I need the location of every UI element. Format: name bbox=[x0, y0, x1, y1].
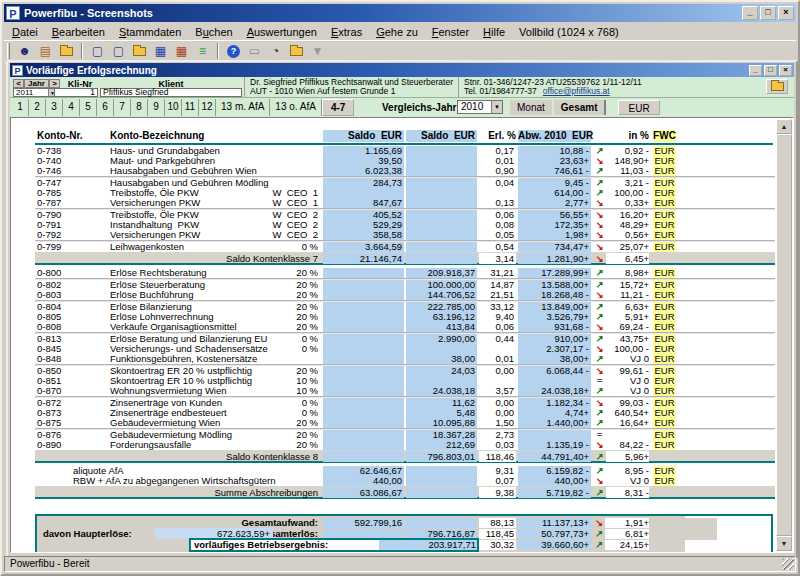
table-row[interactable]: RBW + AfA zu abgegangenen Wirtschaftsgüt… bbox=[11, 476, 775, 486]
menu-item-extras[interactable]: Extras bbox=[324, 25, 369, 39]
tab-4-7[interactable]: 4-7 bbox=[322, 99, 354, 116]
tab-6[interactable]: 6 bbox=[97, 99, 114, 116]
table-row[interactable]: 0-876Gebäudevermietung Mödling20 %18.367… bbox=[11, 430, 775, 440]
table-row[interactable]: 0-890Forderungsausfälle20 %212,690,031.1… bbox=[11, 440, 775, 450]
table-row[interactable]: 0-851Skontoertrag ER 10 % ustpflichtig10… bbox=[11, 376, 775, 386]
tab-2[interactable]: 2 bbox=[29, 99, 46, 116]
tab-1[interactable]: 1 bbox=[12, 99, 29, 116]
table-row[interactable]: aliquote AfA62.646,679,316.159,82 -↗8,95… bbox=[11, 466, 775, 476]
table-row[interactable]: 0-800Erlöse Rechtsberatung20 %209.918,37… bbox=[11, 268, 775, 278]
cell-saldo-aufwand: 405,52 bbox=[323, 210, 404, 220]
table-row[interactable]: 0-808Verkäufe Organisagtionsmittel20 %41… bbox=[11, 322, 775, 332]
table-row[interactable]: 0-738Haus- und Grundabgaben1.165,690,171… bbox=[11, 146, 775, 156]
cell-saldo-aufwand bbox=[323, 366, 404, 376]
table-row[interactable]: 0-803Erlöse Buchführung20 %144.706,5221,… bbox=[11, 290, 775, 300]
help-button[interactable]: ? bbox=[223, 42, 244, 60]
table-row[interactable]: 0-746Hausabgaben und Gebühren Wien6.023,… bbox=[11, 166, 775, 176]
tab-5[interactable]: 5 bbox=[80, 99, 97, 116]
table-row[interactable]: 0-805Erlöse Lohnverrechnung20 %63.196,12… bbox=[11, 312, 775, 322]
report-minimize-button[interactable]: _ bbox=[749, 65, 762, 76]
vergleichs-jahr-select[interactable]: 2010 ▼ bbox=[457, 100, 503, 114]
table-row[interactable]: 0-787Versicherungen PKWW CEO 1847,670,13… bbox=[11, 198, 775, 208]
scrollbar-thumb[interactable] bbox=[776, 134, 792, 536]
klient-field[interactable]: Pfiffikus Siegfried bbox=[100, 88, 242, 97]
menu-item-bearbeiten[interactable]: Bearbeiten bbox=[45, 25, 112, 39]
cell-saldo-aufwand: 62.646,67 bbox=[323, 466, 404, 476]
table-row[interactable]: 0-870Wohnungsvermietung Wien10 %24.038,1… bbox=[11, 386, 775, 396]
toolbar-grip[interactable] bbox=[7, 43, 10, 59]
tab-8[interactable]: 8 bbox=[131, 99, 148, 116]
cell-erl-pct: 0,06 bbox=[479, 210, 516, 220]
table-row[interactable]: 0-790Treibstoffe, Öle PKWW CEO 2405,520,… bbox=[11, 210, 775, 220]
tab-13-m-afa[interactable]: 13 m. AfA bbox=[216, 99, 270, 116]
report-close-button[interactable]: × bbox=[779, 65, 792, 76]
maximize-button[interactable]: □ bbox=[760, 6, 776, 20]
print-button[interactable]: ▭ bbox=[244, 42, 265, 60]
folder-button[interactable] bbox=[129, 42, 150, 60]
menu-item-datei[interactable]: Datei bbox=[5, 25, 45, 39]
table-row[interactable]: 0-791Instandhaltung PKWW CEO 2529,290,08… bbox=[11, 220, 775, 230]
menu-item-fenster[interactable]: Fenster bbox=[425, 25, 476, 39]
tab-4[interactable]: 4 bbox=[63, 99, 80, 116]
menu-item-buchen[interactable]: Buchen bbox=[188, 25, 239, 39]
vertical-scrollbar[interactable]: ▲ ▼ bbox=[776, 119, 792, 551]
scroll-up-icon[interactable]: ▲ bbox=[776, 119, 792, 134]
close-button[interactable]: × bbox=[778, 6, 794, 20]
menu-item-stammdaten[interactable]: Stammdaten bbox=[112, 25, 188, 39]
folder2-button[interactable] bbox=[286, 42, 307, 60]
open-client-folder-button[interactable] bbox=[766, 79, 788, 94]
tab-10[interactable]: 10 bbox=[165, 99, 182, 116]
menu-item-gehe-zu[interactable]: Gehe zu bbox=[369, 25, 425, 39]
year-prev-button[interactable]: < bbox=[13, 79, 24, 88]
report-button[interactable]: ▦ bbox=[171, 42, 192, 60]
menu-item-vollbild-1024-x-768[interactable]: Vollbild (1024 x 768) bbox=[512, 25, 626, 39]
tab-7[interactable]: 7 bbox=[114, 99, 131, 116]
menu-item-auswertungen[interactable]: Auswertungen bbox=[240, 25, 324, 39]
user-button[interactable]: ☻ bbox=[14, 42, 35, 60]
table-row[interactable]: 0-873Zinsenerträge endbesteuert0 %5,480,… bbox=[11, 408, 775, 418]
minimize-button[interactable]: _ bbox=[742, 6, 758, 20]
table-row[interactable]: 0-747Hausabgaben und Gebühren Mödling284… bbox=[11, 178, 775, 188]
year-select[interactable]: 2011 ▼ bbox=[13, 88, 57, 97]
tab-9[interactable]: 9 bbox=[148, 99, 165, 116]
table-row[interactable]: 0-802Erlöse Steuerberatung20 %100.000,00… bbox=[11, 280, 775, 290]
open-folder-button[interactable] bbox=[56, 42, 77, 60]
history-button[interactable]: ◔ bbox=[265, 42, 286, 60]
table-button[interactable]: ▦ bbox=[150, 42, 171, 60]
sum-row: Saldo Kontenklasse 721.146,743,141.281,9… bbox=[11, 252, 775, 265]
cell-steuer-note: 20 % bbox=[211, 312, 318, 322]
tab-3[interactable]: 3 bbox=[46, 99, 63, 116]
email-link[interactable]: office@pfiffikus.at bbox=[543, 86, 610, 96]
tab-11[interactable]: 11 bbox=[182, 99, 199, 116]
table-row[interactable]: 0-799Leihwagenkosten0 %3.664,590,54734,4… bbox=[11, 242, 775, 252]
toggle-gesamt[interactable]: Gesamt bbox=[554, 100, 607, 115]
table-row[interactable]: 0-872Zinsenerträge von Kunden0 %11,620,0… bbox=[11, 398, 775, 408]
table-row[interactable]: 0-813Erlöse Beratung und Bilanzierung EU… bbox=[11, 334, 775, 344]
filter-button[interactable]: ▼ bbox=[307, 42, 328, 60]
table-row[interactable]: 0-850Skontoertrag ER 20 % ustpflichtig20… bbox=[11, 366, 775, 376]
client-card-button[interactable]: ▤ bbox=[35, 42, 56, 60]
cell-in-pct: 8,95 - bbox=[606, 466, 649, 476]
tab-13-o-afa[interactable]: 13 o. AfA bbox=[270, 99, 322, 116]
tab-12[interactable]: 12 bbox=[199, 99, 216, 116]
cell-erl-pct: 0,90 bbox=[479, 166, 516, 176]
table-row[interactable]: 0-792Versicherungen PKWW CEO 2358,580,05… bbox=[11, 230, 775, 240]
form-window-button[interactable]: ▢ bbox=[87, 42, 108, 60]
table-row[interactable]: 0-848Funktionsgebühren, Kostenersätze38,… bbox=[11, 354, 775, 364]
table-row[interactable]: 0-740Maut- und Parkgebühren39,500,0123,6… bbox=[11, 156, 775, 166]
toggle-monat[interactable]: Monat bbox=[510, 100, 552, 115]
form-window-2-button[interactable]: ▢ bbox=[108, 42, 129, 60]
table-row[interactable]: 0-785Treibstoffe, Öle PKWW CEO 1614,00 -… bbox=[11, 188, 775, 198]
scroll-down-icon[interactable]: ▼ bbox=[776, 536, 792, 551]
table-row[interactable]: 0-804Erlöse Bilanzierung20 %222.785,0033… bbox=[11, 302, 775, 312]
list-button[interactable]: ≡ bbox=[192, 42, 213, 60]
year-next-button[interactable]: > bbox=[49, 79, 60, 88]
chevron-down-icon[interactable]: ▼ bbox=[491, 101, 502, 113]
report-restore-button[interactable]: □ bbox=[764, 65, 777, 76]
toggle-eur[interactable]: EUR bbox=[618, 100, 659, 115]
table-row[interactable]: 0-845Versicherungs- und Schadensersätze0… bbox=[11, 344, 775, 354]
menu-item-hilfe[interactable]: Hilfe bbox=[476, 25, 512, 39]
table-row[interactable]: 0-875Gebäudevermietung Wien20 %10.095,88… bbox=[11, 418, 775, 428]
resize-grip[interactable] bbox=[782, 558, 794, 570]
kli-nr-field[interactable]: 1 bbox=[54, 88, 98, 97]
